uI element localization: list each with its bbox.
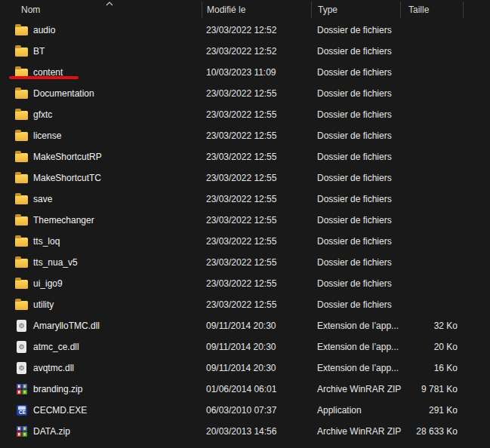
- file-type-label: Archive WinRAR ZIP: [311, 426, 400, 437]
- file-name-label: branding.zip: [33, 384, 82, 394]
- file-row[interactable]: utility 23/03/2022 12:55 Dossier de fich…: [0, 294, 490, 315]
- file-row[interactable]: content 10/03/2023 11:09 Dossier de fich…: [0, 62, 490, 83]
- file-name-cell: MakeShortcutTC: [0, 172, 202, 185]
- folder-icon: [15, 193, 28, 206]
- file-type-label: Dossier de fichiers: [311, 236, 400, 247]
- file-name-label: save: [33, 194, 52, 204]
- file-name-label: MakeShortcutRP: [33, 152, 102, 162]
- file-type-label: Extension de l’app...: [311, 363, 400, 373]
- file-name-cell: MakeShortcutRP: [0, 151, 202, 164]
- file-size-label: 28 633 Ko: [400, 426, 463, 437]
- file-row[interactable]: gfxtc 23/03/2022 12:55 Dossier de fichie…: [0, 104, 490, 125]
- file-name-cell: Documentation: [0, 87, 202, 100]
- file-type-label: Extension de l’app...: [311, 342, 400, 352]
- file-type-label: Application: [311, 405, 400, 416]
- file-row[interactable]: tts_loq 23/03/2022 12:55 Dossier de fich…: [0, 231, 490, 252]
- folder-icon: [15, 87, 28, 100]
- file-name-cell: Themechanger: [0, 214, 202, 227]
- file-name-cell: content: [0, 66, 202, 79]
- file-row[interactable]: Documentation 23/03/2022 12:55 Dossier d…: [0, 83, 490, 104]
- file-row[interactable]: audio 23/03/2022 12:52 Dossier de fichie…: [0, 20, 490, 41]
- file-name-cell: branding.zip: [0, 383, 202, 396]
- file-size-label: 16 Ko: [400, 363, 463, 373]
- file-row[interactable]: CE CECMD.EXE 06/03/2010 07:37 Applicatio…: [0, 400, 490, 421]
- file-name-label: license: [33, 130, 61, 141]
- folder-icon: [15, 278, 28, 290]
- column-header-modified[interactable]: Modifié le: [202, 2, 311, 18]
- file-row[interactable]: BT 23/03/2022 12:52 Dossier de fichiers: [0, 41, 490, 62]
- file-name-label: Documentation: [33, 88, 94, 99]
- file-modified-label: 10/03/2023 11:09: [202, 67, 311, 78]
- file-name-label: gfxtc: [33, 109, 52, 120]
- file-row[interactable]: MakeShortcutRP 23/03/2022 12:55 Dossier …: [0, 146, 490, 167]
- file-name-label: MakeShortcutTC: [33, 173, 101, 183]
- file-type-label: Dossier de fichiers: [311, 88, 400, 99]
- file-modified-label: 23/03/2022 12:55: [202, 278, 311, 289]
- svg-text:CE: CE: [19, 410, 26, 415]
- file-list: audio 23/03/2022 12:52 Dossier de fichie…: [0, 20, 490, 442]
- file-name-label: CECMD.EXE: [33, 405, 87, 416]
- zip-icon: [15, 383, 28, 396]
- folder-icon: [15, 130, 28, 143]
- file-modified-label: 23/03/2022 12:55: [202, 173, 311, 183]
- file-name-label: ui_igo9: [33, 278, 63, 289]
- column-header-size[interactable]: Taille: [400, 2, 463, 18]
- file-row[interactable]: Themechanger 23/03/2022 12:55 Dossier de…: [0, 210, 490, 231]
- file-name-label: avqtmc.dll: [33, 363, 74, 373]
- zip-icon: [15, 425, 28, 438]
- file-modified-label: 23/03/2022 12:52: [202, 25, 311, 35]
- folder-icon: [15, 256, 28, 269]
- file-row[interactable]: ⚙ atmc_ce.dll 09/11/2014 20:30 Extension…: [0, 336, 490, 357]
- file-row[interactable]: tts_nua_v5 23/03/2022 12:55 Dossier de f…: [0, 252, 490, 273]
- file-modified-label: 20/03/2013 14:56: [202, 426, 311, 437]
- file-modified-label: 01/06/2014 06:01: [202, 384, 311, 394]
- sort-ascending-icon[interactable]: [105, 1, 114, 7]
- file-modified-label: 09/11/2014 20:30: [202, 342, 311, 352]
- file-size-label: 32 Ko: [400, 321, 463, 331]
- file-row[interactable]: DATA.zip 20/03/2013 14:56 Archive WinRAR…: [0, 421, 490, 442]
- file-size-label: 291 Ko: [400, 405, 463, 416]
- file-name-cell: tts_loq: [0, 235, 202, 248]
- file-type-label: Dossier de fichiers: [311, 67, 400, 78]
- folder-icon: [15, 214, 28, 227]
- file-row[interactable]: MakeShortcutTC 23/03/2022 12:55 Dossier …: [0, 167, 490, 189]
- column-header-name[interactable]: Nom: [0, 2, 202, 18]
- file-row[interactable]: branding.zip 01/06/2014 06:01 Archive Wi…: [0, 379, 490, 400]
- file-name-cell: BT: [0, 45, 202, 58]
- file-name-cell: ⚙ AmarylloTMC.dll: [0, 320, 202, 333]
- file-name-cell: tts_nua_v5: [0, 256, 202, 269]
- file-type-label: Dossier de fichiers: [311, 278, 400, 289]
- file-name-label: tts_nua_v5: [33, 257, 78, 268]
- file-modified-label: 23/03/2022 12:55: [202, 257, 311, 268]
- file-row[interactable]: ui_igo9 23/03/2022 12:55 Dossier de fich…: [0, 273, 490, 294]
- file-type-label: Dossier de fichiers: [311, 130, 400, 141]
- file-modified-label: 23/03/2022 12:52: [202, 46, 311, 57]
- file-type-label: Dossier de fichiers: [311, 152, 400, 162]
- folder-icon: [15, 299, 28, 311]
- file-row[interactable]: save 23/03/2022 12:55 Dossier de fichier…: [0, 189, 490, 210]
- folder-icon: [15, 109, 28, 121]
- file-name-cell: audio: [0, 24, 202, 37]
- file-type-label: Dossier de fichiers: [311, 299, 400, 310]
- file-modified-label: 09/11/2014 20:30: [202, 321, 311, 331]
- file-modified-label: 23/03/2022 12:55: [202, 152, 311, 162]
- folder-icon: [15, 235, 28, 248]
- red-underline-annotation: [9, 76, 79, 79]
- folder-icon: [15, 172, 28, 185]
- file-modified-label: 23/03/2022 12:55: [202, 194, 311, 204]
- file-size-label: 9 781 Ko: [400, 384, 463, 394]
- file-size-label: 20 Ko: [400, 342, 463, 352]
- file-row[interactable]: license 23/03/2022 12:55 Dossier de fich…: [0, 125, 490, 146]
- file-name-cell: ⚙ avqtmc.dll: [0, 362, 202, 375]
- file-type-label: Dossier de fichiers: [311, 46, 400, 57]
- file-type-label: Dossier de fichiers: [311, 194, 400, 204]
- file-modified-label: 06/03/2010 07:37: [202, 405, 311, 416]
- file-type-label: Dossier de fichiers: [311, 25, 400, 35]
- column-header-type[interactable]: Type: [311, 2, 400, 18]
- file-row[interactable]: ⚙ AmarylloTMC.dll 09/11/2014 20:30 Exten…: [0, 315, 490, 336]
- file-row[interactable]: ⚙ avqtmc.dll 09/11/2014 20:30 Extension …: [0, 357, 490, 379]
- file-name-label: utility: [33, 299, 54, 310]
- file-type-label: Dossier de fichiers: [311, 109, 400, 120]
- folder-icon: [15, 24, 28, 37]
- file-modified-label: 23/03/2022 12:55: [202, 130, 311, 141]
